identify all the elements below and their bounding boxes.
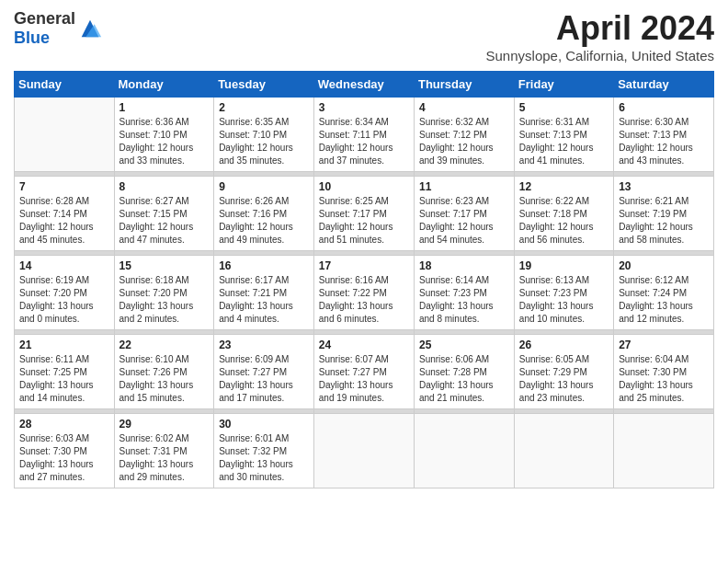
- day-number: 20: [619, 259, 709, 272]
- sunrise-text: Sunrise: 6:26 AM: [219, 195, 309, 208]
- day-number: 5: [519, 101, 609, 114]
- calendar-cell: [414, 414, 514, 488]
- daylight-text: Daylight: 12 hours and 49 minutes.: [219, 221, 309, 247]
- day-info: Sunrise: 6:03 AMSunset: 7:30 PMDaylight:…: [19, 432, 109, 484]
- day-number: 8: [119, 180, 210, 193]
- day-number: 19: [519, 259, 609, 272]
- weekday-header-friday: Friday: [514, 72, 613, 98]
- calendar-cell: 5Sunrise: 6:31 AMSunset: 7:13 PMDaylight…: [514, 98, 613, 172]
- sunrise-text: Sunrise: 6:34 AM: [319, 116, 409, 129]
- sunset-text: Sunset: 7:27 PM: [219, 366, 309, 379]
- day-number: 17: [319, 259, 409, 272]
- calendar-cell: [514, 414, 613, 488]
- daylight-text: Daylight: 12 hours and 39 minutes.: [419, 142, 509, 167]
- day-number: 25: [419, 339, 509, 351]
- daylight-text: Daylight: 12 hours and 45 minutes.: [19, 221, 109, 247]
- weekday-header-wednesday: Wednesday: [313, 72, 414, 98]
- day-info: Sunrise: 6:13 AMSunset: 7:23 PMDaylight:…: [519, 274, 609, 326]
- daylight-text: Daylight: 12 hours and 37 minutes.: [319, 142, 409, 167]
- calendar-cell: 25Sunrise: 6:06 AMSunset: 7:28 PMDayligh…: [414, 335, 514, 409]
- calendar-cell: 23Sunrise: 6:09 AMSunset: 7:27 PMDayligh…: [214, 335, 314, 409]
- day-info: Sunrise: 6:16 AMSunset: 7:22 PMDaylight:…: [319, 274, 409, 326]
- location-subtitle: Sunnyslope, California, United States: [486, 48, 714, 63]
- sunrise-text: Sunrise: 6:10 AM: [119, 353, 210, 366]
- calendar-cell: 4Sunrise: 6:32 AMSunset: 7:12 PMDaylight…: [414, 98, 514, 172]
- day-number: 15: [119, 259, 210, 272]
- weekday-header-sunday: Sunday: [15, 72, 115, 98]
- day-info: Sunrise: 6:07 AMSunset: 7:27 PMDaylight:…: [319, 353, 409, 405]
- day-info: Sunrise: 6:27 AMSunset: 7:15 PMDaylight:…: [119, 195, 210, 247]
- sunrise-text: Sunrise: 6:35 AM: [219, 116, 309, 129]
- day-info: Sunrise: 6:18 AMSunset: 7:20 PMDaylight:…: [119, 274, 210, 326]
- sunrise-text: Sunrise: 6:32 AM: [419, 116, 509, 129]
- sunset-text: Sunset: 7:27 PM: [319, 366, 409, 379]
- day-info: Sunrise: 6:21 AMSunset: 7:19 PMDaylight:…: [619, 195, 709, 247]
- day-number: 30: [219, 418, 309, 431]
- sunrise-text: Sunrise: 6:02 AM: [119, 432, 210, 445]
- sunset-text: Sunset: 7:25 PM: [19, 366, 109, 379]
- day-number: 24: [319, 339, 409, 351]
- sunrise-text: Sunrise: 6:17 AM: [219, 274, 309, 287]
- sunrise-text: Sunrise: 6:27 AM: [119, 195, 210, 208]
- day-number: 29: [119, 418, 210, 431]
- day-info: Sunrise: 6:31 AMSunset: 7:13 PMDaylight:…: [519, 116, 609, 167]
- sunset-text: Sunset: 7:17 PM: [419, 208, 509, 221]
- page-header: General Blue April 2024 Sunnyslope, Cali…: [14, 9, 714, 63]
- sunset-text: Sunset: 7:30 PM: [19, 445, 109, 458]
- daylight-text: Daylight: 13 hours and 29 minutes.: [119, 458, 210, 484]
- day-number: 4: [419, 101, 509, 114]
- calendar-cell: 29Sunrise: 6:02 AMSunset: 7:31 PMDayligh…: [114, 414, 214, 488]
- weekday-header-monday: Monday: [114, 72, 214, 98]
- calendar-cell: 20Sunrise: 6:12 AMSunset: 7:24 PMDayligh…: [614, 256, 714, 330]
- daylight-text: Daylight: 13 hours and 0 minutes.: [19, 300, 109, 326]
- day-info: Sunrise: 6:06 AMSunset: 7:28 PMDaylight:…: [419, 353, 509, 405]
- calendar-cell: 22Sunrise: 6:10 AMSunset: 7:26 PMDayligh…: [114, 335, 214, 409]
- calendar-week-1: 1Sunrise: 6:36 AMSunset: 7:10 PMDaylight…: [15, 98, 714, 172]
- weekday-header-saturday: Saturday: [614, 72, 714, 98]
- day-info: Sunrise: 6:36 AMSunset: 7:10 PMDaylight:…: [119, 116, 210, 167]
- sunset-text: Sunset: 7:15 PM: [119, 208, 210, 221]
- sunset-text: Sunset: 7:32 PM: [219, 445, 309, 458]
- daylight-text: Daylight: 12 hours and 41 minutes.: [519, 142, 609, 167]
- day-info: Sunrise: 6:02 AMSunset: 7:31 PMDaylight:…: [119, 432, 210, 484]
- sunrise-text: Sunrise: 6:22 AM: [519, 195, 609, 208]
- calendar-week-3: 14Sunrise: 6:19 AMSunset: 7:20 PMDayligh…: [15, 256, 714, 330]
- day-number: 23: [219, 339, 309, 351]
- logo-icon: [77, 16, 103, 41]
- day-info: Sunrise: 6:10 AMSunset: 7:26 PMDaylight:…: [119, 353, 210, 405]
- day-info: Sunrise: 6:30 AMSunset: 7:13 PMDaylight:…: [619, 116, 709, 167]
- daylight-text: Daylight: 12 hours and 35 minutes.: [219, 142, 309, 167]
- daylight-text: Daylight: 13 hours and 4 minutes.: [219, 300, 309, 326]
- calendar-cell: 6Sunrise: 6:30 AMSunset: 7:13 PMDaylight…: [614, 98, 714, 172]
- sunset-text: Sunset: 7:10 PM: [119, 129, 210, 142]
- sunrise-text: Sunrise: 6:23 AM: [419, 195, 509, 208]
- calendar-table: SundayMondayTuesdayWednesdayThursdayFrid…: [14, 71, 714, 488]
- calendar-cell: 7Sunrise: 6:28 AMSunset: 7:14 PMDaylight…: [15, 177, 115, 251]
- month-title: April 2024: [486, 9, 714, 48]
- sunrise-text: Sunrise: 6:28 AM: [19, 195, 109, 208]
- daylight-text: Daylight: 12 hours and 56 minutes.: [519, 221, 609, 247]
- logo: General Blue: [14, 9, 103, 48]
- day-info: Sunrise: 6:11 AMSunset: 7:25 PMDaylight:…: [19, 353, 109, 405]
- daylight-text: Daylight: 13 hours and 21 minutes.: [419, 379, 509, 405]
- sunrise-text: Sunrise: 6:25 AM: [319, 195, 409, 208]
- daylight-text: Daylight: 13 hours and 12 minutes.: [619, 300, 709, 326]
- day-info: Sunrise: 6:22 AMSunset: 7:18 PMDaylight:…: [519, 195, 609, 247]
- calendar-cell: 14Sunrise: 6:19 AMSunset: 7:20 PMDayligh…: [15, 256, 115, 330]
- sunrise-text: Sunrise: 6:13 AM: [519, 274, 609, 287]
- day-info: Sunrise: 6:17 AMSunset: 7:21 PMDaylight:…: [219, 274, 309, 326]
- sunrise-text: Sunrise: 6:04 AM: [619, 353, 709, 366]
- sunset-text: Sunset: 7:12 PM: [419, 129, 509, 142]
- sunset-text: Sunset: 7:19 PM: [619, 208, 709, 221]
- day-info: Sunrise: 6:32 AMSunset: 7:12 PMDaylight:…: [419, 116, 509, 167]
- day-number: 2: [219, 101, 309, 114]
- day-number: 11: [419, 180, 509, 193]
- calendar-cell: [614, 414, 714, 488]
- day-number: 27: [619, 339, 709, 351]
- sunrise-text: Sunrise: 6:05 AM: [519, 353, 609, 366]
- daylight-text: Daylight: 13 hours and 25 minutes.: [619, 379, 709, 405]
- daylight-text: Daylight: 12 hours and 58 minutes.: [619, 221, 709, 247]
- sunset-text: Sunset: 7:23 PM: [519, 287, 609, 300]
- sunrise-text: Sunrise: 6:09 AM: [219, 353, 309, 366]
- sunrise-text: Sunrise: 6:14 AM: [419, 274, 509, 287]
